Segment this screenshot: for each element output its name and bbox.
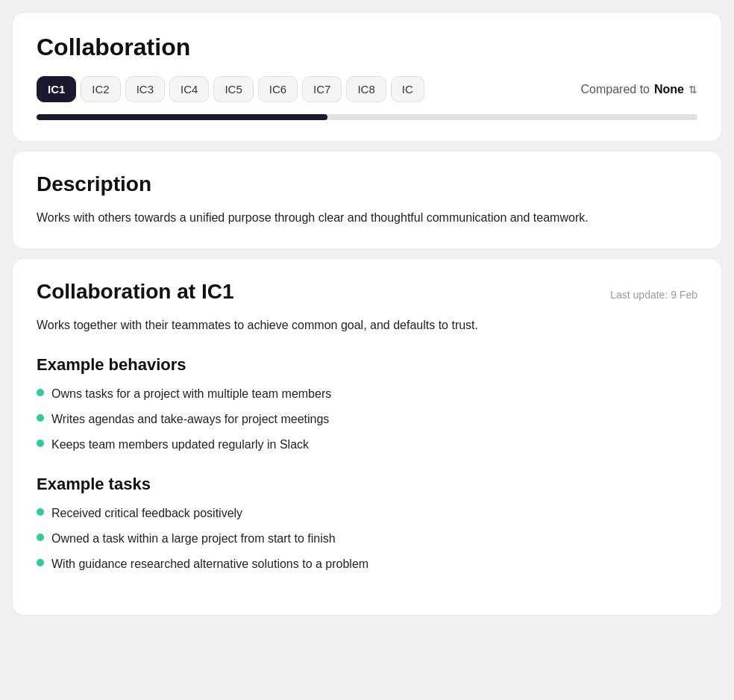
tab-ic5[interactable]: IC5 bbox=[213, 76, 253, 102]
compared-to-value: None bbox=[654, 83, 684, 96]
list-item: Writes agendas and take-aways for projec… bbox=[37, 410, 697, 428]
tab-ic4[interactable]: IC4 bbox=[169, 76, 209, 102]
progress-bar-fill bbox=[37, 114, 327, 120]
behavior-item-2: Writes agendas and take-aways for projec… bbox=[51, 410, 329, 428]
compared-to-label: Compared to bbox=[581, 83, 650, 96]
collaboration-header-card: Collaboration IC1 IC2 IC3 IC4 IC5 IC6 IC… bbox=[12, 12, 722, 142]
bullet-dot-icon bbox=[37, 414, 44, 422]
progress-bar bbox=[37, 114, 697, 120]
list-item: With guidance researched alternative sol… bbox=[37, 555, 697, 573]
description-body: Works with others towards a unified purp… bbox=[37, 208, 697, 228]
tab-ic7[interactable]: IC7 bbox=[302, 76, 342, 102]
bullet-dot-icon bbox=[37, 559, 44, 566]
behaviors-list: Owns tasks for a project with multiple t… bbox=[37, 385, 697, 454]
tab-ic9[interactable]: IC bbox=[391, 76, 424, 102]
tab-ic2[interactable]: IC2 bbox=[81, 76, 120, 102]
tasks-title: Example tasks bbox=[37, 475, 697, 494]
collaboration-ic1-card: Collaboration at IC1 Last update: 9 Feb … bbox=[12, 258, 722, 616]
ic1-subtitle: Works together with their teammates to a… bbox=[37, 316, 697, 335]
tabs-row: IC1 IC2 IC3 IC4 IC5 IC6 IC7 IC8 IC Compa… bbox=[37, 76, 697, 102]
tab-ic6[interactable]: IC6 bbox=[258, 76, 298, 102]
ic1-header: Collaboration at IC1 Last update: 9 Feb bbox=[37, 280, 697, 304]
page-title: Collaboration bbox=[37, 34, 697, 61]
description-title: Description bbox=[37, 172, 697, 196]
tasks-list: Received critical feedback positively Ow… bbox=[37, 504, 697, 573]
task-item-2: Owned a task within a large project from… bbox=[51, 530, 336, 548]
tab-ic3[interactable]: IC3 bbox=[125, 76, 165, 102]
ic-tabs-container: IC1 IC2 IC3 IC4 IC5 IC6 IC7 IC8 IC bbox=[37, 76, 424, 102]
ic1-title: Collaboration at IC1 bbox=[37, 280, 233, 304]
behaviors-title: Example behaviors bbox=[37, 355, 697, 375]
behavior-item-1: Owns tasks for a project with multiple t… bbox=[51, 385, 331, 403]
bullet-dot-icon bbox=[37, 534, 44, 541]
tab-ic1[interactable]: IC1 bbox=[37, 76, 76, 102]
description-card: Description Works with others towards a … bbox=[12, 151, 722, 249]
list-item: Owns tasks for a project with multiple t… bbox=[37, 385, 697, 403]
behavior-item-3: Keeps team members updated regularly in … bbox=[51, 436, 309, 454]
task-item-3: With guidance researched alternative sol… bbox=[51, 555, 368, 573]
bullet-dot-icon bbox=[37, 440, 44, 447]
tab-ic8[interactable]: IC8 bbox=[346, 76, 386, 102]
list-item: Owned a task within a large project from… bbox=[37, 530, 697, 548]
last-update-label: Last update: 9 Feb bbox=[610, 289, 697, 301]
bullet-dot-icon bbox=[37, 389, 44, 396]
list-item: Keeps team members updated regularly in … bbox=[37, 436, 697, 454]
task-item-1: Received critical feedback positively bbox=[51, 504, 242, 522]
list-item: Received critical feedback positively bbox=[37, 504, 697, 522]
compared-to-selector[interactable]: Compared to None ⇅ bbox=[581, 83, 698, 96]
chevron-updown-icon: ⇅ bbox=[688, 84, 697, 96]
bullet-dot-icon bbox=[37, 508, 44, 516]
